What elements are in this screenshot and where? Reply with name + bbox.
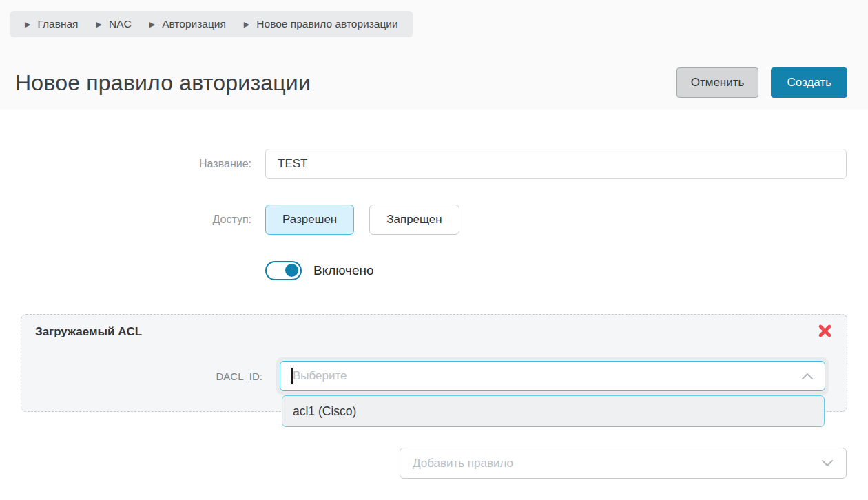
access-denied-button[interactable]: Запрещен [369, 205, 459, 235]
dacl-row: DACL_ID: Выберите acl1 (Cisco) [21, 357, 847, 395]
panel-header: Загружаемый ACL [21, 315, 847, 339]
create-button[interactable]: Создать [771, 67, 847, 98]
breadcrumb: ▶ Главная ▶ NAC ▶ Авторизация ▶ Новое пр… [10, 11, 413, 37]
breadcrumb-item-label: Новое правило авторизации [256, 18, 397, 30]
title-row: Новое правило авторизации Отменить Созда… [10, 67, 847, 98]
panel-title: Загружаемый ACL [35, 325, 142, 338]
remove-panel-button[interactable] [816, 322, 834, 340]
name-label: Название: [0, 158, 265, 170]
name-row: Название: [0, 149, 868, 179]
page-title: Новое правило авторизации [15, 70, 311, 96]
chevron-up-icon [801, 373, 814, 380]
access-row: Доступ: Разрешен Запрещен [0, 205, 868, 235]
access-label: Доступ: [0, 213, 265, 226]
add-rule-placeholder: Добавить правило [413, 457, 513, 470]
breadcrumb-arrow-icon: ▶ [149, 21, 155, 28]
x-icon [818, 324, 832, 338]
add-rule-select[interactable]: Добавить правило [400, 448, 847, 479]
breadcrumb-item-current: ▶ Новое правило авторизации [244, 18, 398, 30]
breadcrumb-item-home[interactable]: ▶ Главная [25, 18, 78, 30]
name-input[interactable] [265, 149, 847, 179]
breadcrumb-item-authorization[interactable]: ▶ Авторизация [149, 18, 226, 30]
breadcrumb-item-nac[interactable]: ▶ NAC [96, 18, 131, 30]
dacl-option[interactable]: acl1 (Cisco) [282, 396, 824, 426]
breadcrumb-arrow-icon: ▶ [96, 21, 101, 28]
add-rule-row: Добавить правило [400, 448, 847, 479]
chevron-down-icon [821, 459, 834, 467]
breadcrumb-arrow-icon: ▶ [25, 21, 30, 28]
breadcrumb-item-label: Авторизация [162, 18, 226, 30]
dacl-label: DACL_ID: [21, 371, 276, 382]
enabled-row: Включено [0, 261, 868, 280]
access-allowed-button[interactable]: Разрешен [265, 205, 354, 235]
header-actions: Отменить Создать [676, 67, 847, 98]
breadcrumb-arrow-icon: ▶ [244, 21, 249, 28]
breadcrumb-item-label: Главная [37, 18, 78, 30]
enabled-label: Включено [313, 263, 374, 278]
downloadable-acl-panel: Загружаемый ACL DACL_ID: Выберите acl1 (… [21, 314, 847, 412]
cancel-button[interactable]: Отменить [676, 67, 759, 98]
breadcrumb-item-label: NAC [109, 18, 132, 30]
dacl-select-wrapper: Выберите acl1 (Cisco) [276, 357, 829, 395]
dacl-select[interactable]: Выберите [280, 361, 825, 391]
dacl-dropdown: acl1 (Cisco) [282, 395, 825, 427]
page-header: ▶ Главная ▶ NAC ▶ Авторизация ▶ Новое пр… [0, 0, 868, 110]
toggle-knob [285, 264, 298, 277]
rule-form: Название: Доступ: Разрешен Запрещен Вклю… [0, 110, 868, 479]
enabled-toggle[interactable] [265, 261, 302, 280]
dacl-placeholder: Выберите [293, 369, 347, 383]
